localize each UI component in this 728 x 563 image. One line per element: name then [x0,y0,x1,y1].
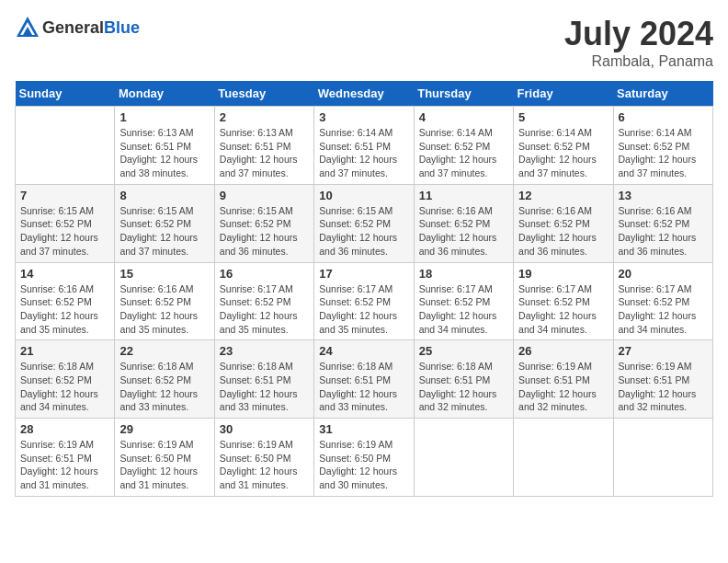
day-number: 17 [319,267,408,281]
calendar-cell: 1Sunrise: 6:13 AM Sunset: 6:51 PM Daylig… [115,107,214,185]
day-header-monday: Monday [115,81,214,107]
calendar-week-3: 21Sunrise: 6:18 AM Sunset: 6:52 PM Dayli… [16,340,713,419]
calendar-cell: 23Sunrise: 6:18 AM Sunset: 6:51 PM Dayli… [214,340,313,419]
day-info: Sunrise: 6:18 AM Sunset: 6:51 PM Dayligh… [419,360,508,414]
calendar-cell: 24Sunrise: 6:18 AM Sunset: 6:51 PM Dayli… [314,340,414,419]
day-info: Sunrise: 6:19 AM Sunset: 6:50 PM Dayligh… [119,438,209,492]
day-number: 5 [518,110,608,124]
calendar-cell: 20Sunrise: 6:17 AM Sunset: 6:52 PM Dayli… [613,262,712,340]
calendar-cell [414,419,513,497]
calendar-cell: 4Sunrise: 6:14 AM Sunset: 6:52 PM Daylig… [414,107,513,185]
day-header-friday: Friday [514,81,613,107]
day-info: Sunrise: 6:19 AM Sunset: 6:50 PM Dayligh… [220,438,309,492]
calendar-cell: 21Sunrise: 6:18 AM Sunset: 6:52 PM Dayli… [16,340,115,419]
day-number: 20 [619,267,708,281]
calendar-cell: 26Sunrise: 6:19 AM Sunset: 6:51 PM Dayli… [514,340,613,419]
calendar-week-0: 1Sunrise: 6:13 AM Sunset: 6:51 PM Daylig… [16,107,713,185]
day-info: Sunrise: 6:16 AM Sunset: 6:52 PM Dayligh… [419,204,508,259]
day-info: Sunrise: 6:16 AM Sunset: 6:52 PM Dayligh… [518,204,608,259]
calendar-week-1: 7Sunrise: 6:15 AM Sunset: 6:52 PM Daylig… [16,184,713,262]
day-number: 1 [119,110,209,124]
logo-icon [15,15,40,40]
day-number: 9 [220,189,309,202]
calendar-cell: 8Sunrise: 6:15 AM Sunset: 6:52 PM Daylig… [115,184,214,262]
calendar-header-row: SundayMondayTuesdayWednesdayThursdayFrid… [16,81,713,107]
calendar-cell: 5Sunrise: 6:14 AM Sunset: 6:52 PM Daylig… [514,107,613,185]
calendar-cell: 7Sunrise: 6:15 AM Sunset: 6:52 PM Daylig… [16,184,115,262]
day-number: 14 [20,267,109,281]
calendar-cell: 30Sunrise: 6:19 AM Sunset: 6:50 PM Dayli… [214,419,313,497]
day-number: 30 [220,422,309,436]
calendar-cell: 17Sunrise: 6:17 AM Sunset: 6:52 PM Dayli… [314,262,414,340]
day-number: 15 [119,267,209,281]
calendar-cell [16,107,115,185]
calendar-cell: 22Sunrise: 6:18 AM Sunset: 6:52 PM Dayli… [115,340,214,419]
day-number: 26 [518,344,608,358]
day-number: 31 [319,422,408,436]
day-info: Sunrise: 6:14 AM Sunset: 6:52 PM Dayligh… [419,126,508,180]
day-number: 23 [220,344,309,358]
day-number: 29 [119,422,209,436]
calendar-cell: 19Sunrise: 6:17 AM Sunset: 6:52 PM Dayli… [514,262,613,340]
day-number: 3 [319,110,408,124]
day-number: 21 [20,344,109,358]
day-info: Sunrise: 6:16 AM Sunset: 6:52 PM Dayligh… [20,282,109,337]
calendar-cell: 10Sunrise: 6:15 AM Sunset: 6:52 PM Dayli… [314,184,414,262]
calendar-cell: 25Sunrise: 6:18 AM Sunset: 6:51 PM Dayli… [414,340,513,419]
day-info: Sunrise: 6:14 AM Sunset: 6:52 PM Dayligh… [619,126,708,180]
day-info: Sunrise: 6:19 AM Sunset: 6:51 PM Dayligh… [518,360,608,414]
day-info: Sunrise: 6:18 AM Sunset: 6:51 PM Dayligh… [319,360,408,414]
day-header-thursday: Thursday [414,81,513,107]
calendar-cell: 13Sunrise: 6:16 AM Sunset: 6:52 PM Dayli… [613,184,712,262]
month-title: July 2024 [564,15,713,53]
day-info: Sunrise: 6:17 AM Sunset: 6:52 PM Dayligh… [518,282,608,337]
calendar-cell: 2Sunrise: 6:13 AM Sunset: 6:51 PM Daylig… [214,107,313,185]
day-number: 13 [619,189,708,202]
day-header-wednesday: Wednesday [314,81,414,107]
day-number: 22 [119,344,209,358]
calendar-cell: 3Sunrise: 6:14 AM Sunset: 6:51 PM Daylig… [314,107,414,185]
day-info: Sunrise: 6:18 AM Sunset: 6:52 PM Dayligh… [20,360,109,414]
day-number: 27 [619,344,708,358]
day-info: Sunrise: 6:15 AM Sunset: 6:52 PM Dayligh… [220,204,309,259]
calendar-cell: 6Sunrise: 6:14 AM Sunset: 6:52 PM Daylig… [613,107,712,185]
calendar-cell: 16Sunrise: 6:17 AM Sunset: 6:52 PM Dayli… [214,262,313,340]
calendar-body: 1Sunrise: 6:13 AM Sunset: 6:51 PM Daylig… [16,107,713,497]
calendar-cell: 14Sunrise: 6:16 AM Sunset: 6:52 PM Dayli… [16,262,115,340]
day-info: Sunrise: 6:15 AM Sunset: 6:52 PM Dayligh… [20,204,109,259]
logo: GeneralBlue [15,15,140,40]
day-number: 12 [518,189,608,202]
day-info: Sunrise: 6:15 AM Sunset: 6:52 PM Dayligh… [119,204,209,259]
day-info: Sunrise: 6:15 AM Sunset: 6:52 PM Dayligh… [319,204,408,259]
location-title: Rambala, Panama [564,53,713,70]
calendar-week-2: 14Sunrise: 6:16 AM Sunset: 6:52 PM Dayli… [16,262,713,340]
calendar-week-4: 28Sunrise: 6:19 AM Sunset: 6:51 PM Dayli… [16,419,713,497]
day-number: 19 [518,267,608,281]
day-info: Sunrise: 6:17 AM Sunset: 6:52 PM Dayligh… [319,282,408,337]
day-number: 28 [20,422,109,436]
calendar-cell: 18Sunrise: 6:17 AM Sunset: 6:52 PM Dayli… [414,262,513,340]
day-info: Sunrise: 6:19 AM Sunset: 6:51 PM Dayligh… [20,438,109,492]
day-info: Sunrise: 6:17 AM Sunset: 6:52 PM Dayligh… [220,282,309,337]
day-number: 10 [319,189,408,202]
calendar-table: SundayMondayTuesdayWednesdayThursdayFrid… [15,81,713,497]
day-info: Sunrise: 6:16 AM Sunset: 6:52 PM Dayligh… [119,282,209,337]
logo-general: General [42,18,104,37]
day-header-tuesday: Tuesday [214,81,313,107]
day-number: 4 [419,110,508,124]
day-info: Sunrise: 6:14 AM Sunset: 6:52 PM Dayligh… [518,126,608,180]
calendar-cell [613,419,712,497]
calendar-cell [514,419,613,497]
title-area: July 2024 Rambala, Panama [564,15,713,70]
calendar-cell: 31Sunrise: 6:19 AM Sunset: 6:50 PM Dayli… [314,419,414,497]
day-number: 7 [20,189,109,202]
calendar-cell: 28Sunrise: 6:19 AM Sunset: 6:51 PM Dayli… [16,419,115,497]
day-number: 11 [419,189,508,202]
day-info: Sunrise: 6:14 AM Sunset: 6:51 PM Dayligh… [319,126,408,180]
calendar-cell: 12Sunrise: 6:16 AM Sunset: 6:52 PM Dayli… [514,184,613,262]
page-header: GeneralBlue July 2024 Rambala, Panama [15,15,713,70]
calendar-cell: 11Sunrise: 6:16 AM Sunset: 6:52 PM Dayli… [414,184,513,262]
day-number: 2 [220,110,309,124]
day-number: 16 [220,267,309,281]
day-info: Sunrise: 6:19 AM Sunset: 6:51 PM Dayligh… [619,360,708,414]
